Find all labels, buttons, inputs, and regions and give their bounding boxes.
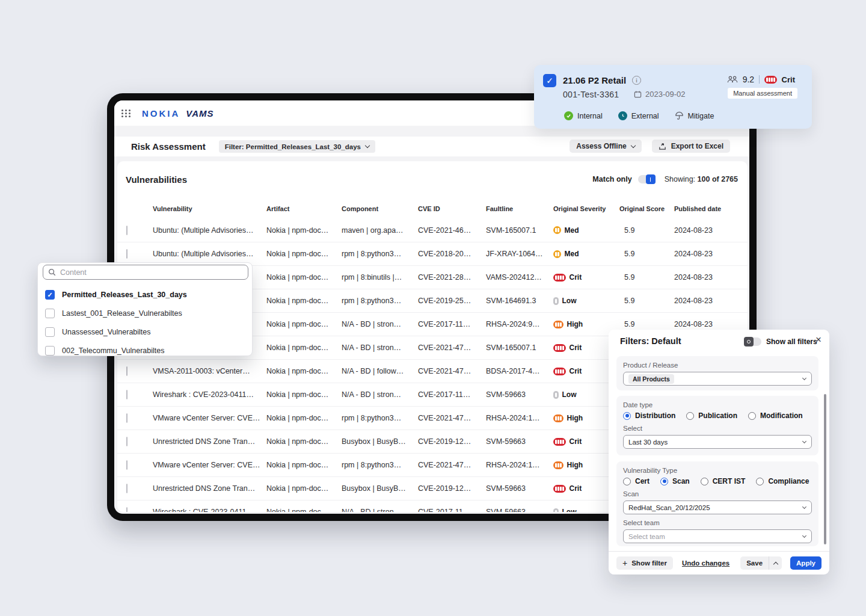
- column-header: Faultline: [486, 205, 553, 212]
- nokia-logo: NOKIA: [142, 108, 180, 119]
- severity-cell: Low: [553, 297, 619, 305]
- severity-pill-med: [553, 250, 561, 258]
- option-checkbox[interactable]: ✓: [45, 290, 55, 300]
- assessment-title: 21.06 P2 Retail: [563, 75, 626, 85]
- assessment-score-block: 9.2 Crit: [727, 75, 795, 84]
- row-checkbox[interactable]: [126, 460, 127, 470]
- row-checkbox[interactable]: [126, 484, 127, 493]
- radio-date-modification[interactable]: Modification: [748, 411, 803, 420]
- row-checkbox[interactable]: [126, 437, 127, 446]
- app-launcher-icon[interactable]: [121, 109, 131, 117]
- severity-cell: Med: [553, 226, 619, 235]
- row-checkbox[interactable]: [126, 249, 127, 259]
- team-select[interactable]: Select team: [623, 529, 812, 543]
- faultline-cell: JF-XRAY-1064…: [486, 250, 553, 258]
- save-button[interactable]: Save: [740, 556, 769, 570]
- search-box[interactable]: [43, 265, 248, 280]
- apply-button[interactable]: Apply: [790, 556, 821, 570]
- panel-scrollbar[interactable]: [824, 394, 826, 544]
- radio-icon: [701, 478, 708, 485]
- scan-select[interactable]: RedHat_Scan_20/12/2025: [623, 500, 812, 514]
- product-release-select[interactable]: All Products: [623, 372, 812, 386]
- filter-option[interactable]: Lastest_001_Release_Vulnerabiltes: [45, 307, 182, 319]
- show-filter-label: Show filter: [631, 559, 667, 567]
- vulnerability-cell: Wireshark : CVE-2023-0411: [153, 508, 266, 512]
- radio-vuln-compliance[interactable]: Compliance: [756, 477, 809, 485]
- artifact-cell: Nokia | npm-doc…: [266, 343, 342, 352]
- page-title: Risk Assessment: [131, 141, 206, 152]
- radio-vuln-cert[interactable]: Cert: [623, 477, 650, 485]
- check-circle-icon: [564, 111, 573, 120]
- radio-vuln-cert-ist[interactable]: CERT IST: [701, 477, 746, 485]
- component-cell: Busybox | BusyB…: [342, 437, 418, 446]
- mitigate-action[interactable]: Mitigate: [675, 111, 714, 120]
- severity-pill-crit: [764, 76, 777, 84]
- cve-id-cell: CVE-2017-11…: [418, 320, 486, 328]
- artifact-cell: Nokia | npm-doc: [266, 508, 342, 512]
- severity-pill-crit: [553, 485, 566, 493]
- assess-offline-button[interactable]: Assess Offline: [570, 140, 641, 153]
- assessment-id: 001-Test-3361: [563, 90, 619, 99]
- date-range-value: Last 30 days: [628, 439, 668, 446]
- option-checkbox[interactable]: [45, 327, 55, 337]
- radio-icon: [623, 412, 631, 420]
- score-cell: 5.9: [619, 226, 674, 235]
- cve-id-cell: CVE-2017-11…: [418, 390, 486, 399]
- row-checkbox[interactable]: [126, 413, 127, 423]
- save-options-button[interactable]: [769, 556, 782, 570]
- vulnerability-cell: Unrestricted DNS Zone Tran…: [153, 484, 266, 493]
- active-filter-chip[interactable]: Filter: Permitted_Releases_Last_30_days: [219, 140, 375, 153]
- row-checkbox[interactable]: [126, 507, 127, 512]
- artifact-cell: Nokia | npm-doc…: [266, 437, 342, 446]
- showing-value: 100 of 2765: [698, 175, 738, 183]
- artifact-cell: Nokia | npm-doc…: [266, 226, 342, 235]
- date-range-select[interactable]: Last 30 days: [623, 435, 812, 449]
- faultline-cell: SVM-59663: [486, 508, 553, 512]
- radio-icon: [660, 478, 668, 485]
- assessment-date: 2023-09-02: [634, 90, 686, 99]
- cve-id-cell: CVE-2021-28…: [418, 273, 486, 282]
- row-checkbox[interactable]: [126, 390, 127, 399]
- assessment-checkbox[interactable]: ✓: [543, 74, 556, 87]
- risk-assessment-toolbar: Risk Assessment Filter: Permitted_Releas…: [114, 137, 749, 156]
- row-checkbox[interactable]: [126, 226, 127, 235]
- filter-option[interactable]: ✓Permitted_Releases_Last_30_days: [45, 289, 187, 301]
- vulnerability-cell: Ubuntu: (Multiple Advisories…: [153, 250, 266, 258]
- radio-label: Modification: [760, 411, 803, 420]
- filter-option[interactable]: 002_Telecommu_Vulnerabiltes: [45, 345, 164, 357]
- external-action[interactable]: External: [618, 111, 659, 120]
- faultline-cell: SVM-165007.1: [486, 226, 553, 235]
- filter-option[interactable]: Unassessed_Vulnerabiltes: [45, 326, 151, 338]
- undo-changes-link[interactable]: Undo changes: [682, 559, 729, 567]
- date-type-section: Date type DistributionPublicationModific…: [616, 396, 818, 455]
- show-filter-button[interactable]: + Show filter: [616, 556, 673, 570]
- severity-pill-low: [553, 391, 559, 399]
- export-to-excel-button[interactable]: Export to Excel: [652, 140, 730, 153]
- internal-action[interactable]: Internal: [564, 111, 603, 120]
- search-input[interactable]: [60, 268, 243, 277]
- chevron-down-icon: [802, 375, 806, 380]
- chevron-down-icon: [630, 143, 635, 147]
- radio-vuln-scan[interactable]: Scan: [660, 477, 690, 485]
- severity-pill-crit: [553, 368, 566, 375]
- table-header-row: VulnerabilityArtifactComponentCVE IDFaul…: [117, 202, 748, 216]
- close-icon[interactable]: ×: [815, 334, 821, 345]
- faultline-cell: BDSA-2017-4…: [486, 367, 553, 375]
- radio-icon: [756, 478, 764, 485]
- row-checkbox[interactable]: [126, 366, 127, 376]
- option-checkbox[interactable]: [45, 309, 55, 318]
- radio-label: Scan: [672, 477, 690, 485]
- radio-date-distribution[interactable]: Distribution: [623, 411, 675, 420]
- save-label: Save: [746, 559, 763, 567]
- option-checkbox[interactable]: [45, 346, 55, 356]
- severity-pill-crit: [553, 438, 566, 446]
- match-only-toggle[interactable]: [638, 175, 655, 183]
- severity-pill-high: [553, 414, 564, 422]
- radio-date-publication[interactable]: Publication: [686, 411, 737, 420]
- chevron-down-icon: [802, 533, 806, 537]
- option-label: Unassessed_Vulnerabiltes: [62, 328, 151, 336]
- component-cell: rpm | 8:python3…: [342, 250, 418, 258]
- show-all-filters-toggle[interactable]: [745, 337, 761, 346]
- vulnerability-cell: VMSA-2011-0003: vCenter…: [153, 367, 266, 375]
- info-icon[interactable]: i: [632, 76, 641, 85]
